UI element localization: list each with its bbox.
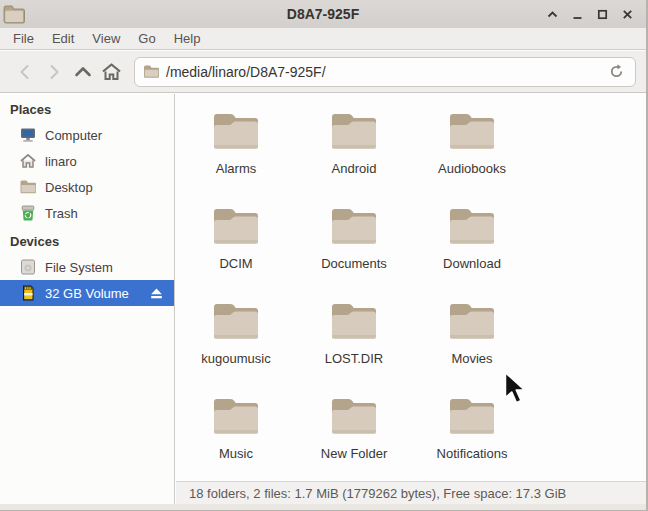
folder-icon bbox=[328, 394, 380, 440]
folder-label: Music bbox=[219, 446, 253, 461]
folder-label: DCIM bbox=[219, 256, 252, 271]
menu-help[interactable]: Help bbox=[165, 28, 210, 49]
eject-button[interactable] bbox=[149, 287, 164, 300]
sidebar-item-file-system[interactable]: File System bbox=[0, 254, 174, 280]
folder-icon bbox=[210, 109, 262, 155]
folder-item-music[interactable]: Music bbox=[177, 394, 295, 481]
folder-label: Download bbox=[443, 256, 501, 271]
reload-button[interactable] bbox=[608, 63, 625, 80]
folder-item-new-folder[interactable]: New Folder bbox=[295, 394, 413, 481]
trash-icon bbox=[19, 204, 37, 222]
folder-small-icon bbox=[19, 178, 37, 196]
folder-grid: AlarmsAndroidAudiobooksDCIMDocumentsDown… bbox=[176, 94, 646, 481]
window-bottom-edge bbox=[0, 504, 646, 510]
sidebar-section-places: Places bbox=[0, 94, 174, 122]
forward-icon bbox=[45, 63, 63, 81]
sidebar-item-label: 32 GB Volume bbox=[45, 286, 129, 301]
folder-label: Audiobooks bbox=[438, 161, 506, 176]
file-view: AlarmsAndroidAudiobooksDCIMDocumentsDown… bbox=[176, 94, 646, 481]
status-bar: 18 folders, 2 files: 1.7 MiB (1779262 by… bbox=[176, 481, 646, 504]
menu-file[interactable]: File bbox=[4, 28, 43, 49]
folder-item-documents[interactable]: Documents bbox=[295, 204, 413, 299]
forward-button[interactable] bbox=[39, 57, 68, 86]
folder-icon bbox=[210, 394, 262, 440]
menu-bar: File Edit View Go Help bbox=[0, 28, 646, 50]
folder-item-download[interactable]: Download bbox=[413, 204, 531, 299]
back-icon bbox=[16, 63, 34, 81]
folder-item-android[interactable]: Android bbox=[295, 109, 413, 204]
folder-label: Movies bbox=[451, 351, 492, 366]
folder-item-notifications[interactable]: Notifications bbox=[413, 394, 531, 481]
reload-icon bbox=[608, 63, 625, 80]
sidebar-item-label: Computer bbox=[45, 128, 102, 143]
sidebar-item-computer[interactable]: Computer bbox=[0, 122, 174, 148]
folder-icon bbox=[446, 109, 498, 155]
folder-item-alarms[interactable]: Alarms bbox=[177, 109, 295, 204]
home-icon bbox=[101, 62, 122, 82]
sidebar-item-label: Trash bbox=[45, 206, 78, 221]
folder-icon bbox=[446, 204, 498, 250]
path-text: /media/linaro/D8A7-925F/ bbox=[166, 64, 608, 80]
sidebar-item-label: Desktop bbox=[45, 180, 93, 195]
menu-view[interactable]: View bbox=[83, 28, 129, 49]
sidebar-item-linaro[interactable]: linaro bbox=[0, 148, 174, 174]
folder-label: kugoumusic bbox=[201, 351, 270, 366]
folder-icon bbox=[328, 109, 380, 155]
back-button[interactable] bbox=[10, 57, 39, 86]
status-text: 18 folders, 2 files: 1.7 MiB (1779262 by… bbox=[189, 486, 566, 501]
maximize-button[interactable] bbox=[593, 5, 611, 23]
home-icon bbox=[19, 152, 37, 170]
folder-item-lost-dir[interactable]: LOST.DIR bbox=[295, 299, 413, 394]
folder-label: Alarms bbox=[216, 161, 256, 176]
folder-item-audiobooks[interactable]: Audiobooks bbox=[413, 109, 531, 204]
sidebar-item-trash[interactable]: Trash bbox=[0, 200, 174, 226]
folder-icon bbox=[446, 299, 498, 345]
harddisk-icon bbox=[19, 258, 37, 276]
folder-label: Documents bbox=[321, 256, 387, 271]
shade-button[interactable] bbox=[543, 5, 561, 23]
title-bar: D8A7-925F bbox=[0, 0, 646, 28]
minimize-button[interactable] bbox=[568, 5, 586, 23]
folder-item-kugoumusic[interactable]: kugoumusic bbox=[177, 299, 295, 394]
sidebar-item-label: linaro bbox=[45, 154, 77, 169]
computer-icon bbox=[19, 126, 37, 144]
sdcard-icon bbox=[19, 284, 37, 302]
folder-label: LOST.DIR bbox=[325, 351, 384, 366]
folder-icon bbox=[210, 204, 262, 250]
close-button[interactable] bbox=[618, 5, 636, 23]
path-bar[interactable]: /media/linaro/D8A7-925F/ bbox=[134, 57, 636, 87]
menu-go[interactable]: Go bbox=[129, 28, 164, 49]
window-controls bbox=[543, 5, 646, 23]
menu-edit[interactable]: Edit bbox=[43, 28, 83, 49]
up-button[interactable] bbox=[68, 57, 97, 86]
folder-label: New Folder bbox=[321, 446, 387, 461]
folder-label: Notifications bbox=[437, 446, 508, 461]
folder-item-movies[interactable]: Movies bbox=[413, 299, 531, 394]
sidebar-item-label: File System bbox=[45, 260, 113, 275]
path-folder-icon bbox=[143, 64, 160, 79]
sidebar-item-desktop[interactable]: Desktop bbox=[0, 174, 174, 200]
sidebar-section-devices: Devices bbox=[0, 226, 174, 254]
folder-label: Android bbox=[332, 161, 377, 176]
folder-icon bbox=[210, 299, 262, 345]
folder-icon bbox=[328, 204, 380, 250]
folder-icon bbox=[328, 299, 380, 345]
sidebar: PlacesComputerlinaroDesktopTrashDevicesF… bbox=[0, 94, 175, 504]
folder-icon bbox=[446, 394, 498, 440]
home-button[interactable] bbox=[97, 57, 126, 86]
folder-item-dcim[interactable]: DCIM bbox=[177, 204, 295, 299]
sidebar-item-32-gb-volume[interactable]: 32 GB Volume bbox=[0, 280, 174, 306]
tool-bar: /media/linaro/D8A7-925F/ bbox=[0, 51, 646, 93]
file-manager-window: D8A7-925F File Edit View Go Help bbox=[0, 0, 648, 511]
up-icon bbox=[73, 63, 93, 81]
